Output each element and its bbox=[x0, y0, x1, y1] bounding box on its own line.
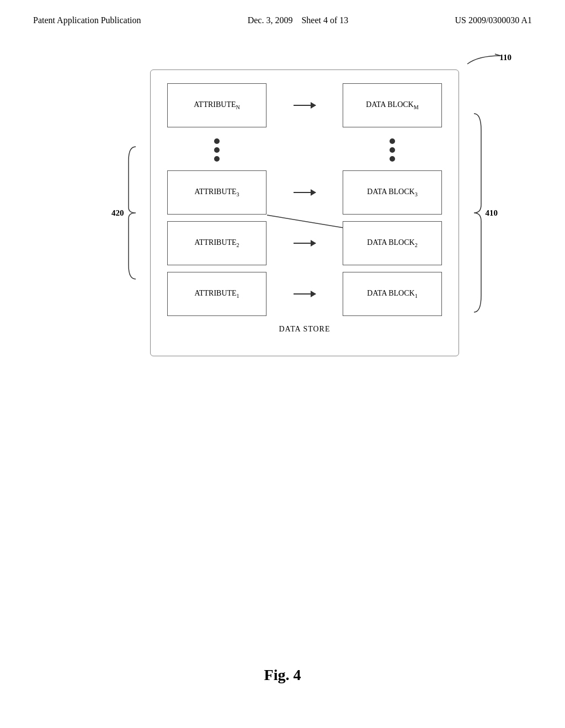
page-header: Patent Application Publication Dec. 3, 2… bbox=[0, 0, 565, 25]
arrow-2 bbox=[288, 243, 321, 244]
row-n: ATTRIBUTEN DATA BLOCKM bbox=[167, 83, 442, 127]
row-3: ATTRIBUTE3 DATA BLOCK3 bbox=[167, 170, 442, 215]
datablock-1-box: DATA BLOCK1 bbox=[343, 272, 442, 316]
dot-6 bbox=[390, 156, 395, 162]
attribute-n-box: ATTRIBUTEN bbox=[167, 83, 266, 127]
label-420: 420 bbox=[111, 208, 124, 218]
label-110: 110 bbox=[462, 53, 511, 72]
label-410: 410 bbox=[486, 208, 498, 218]
data-store-label: DATA STORE bbox=[167, 325, 442, 334]
figure-caption: Fig. 4 bbox=[0, 666, 565, 684]
arrow-line-2 bbox=[294, 243, 316, 244]
datablock-2-box: DATA BLOCK2 bbox=[343, 221, 442, 265]
arrow-line-3 bbox=[294, 192, 316, 193]
arrow-line-n bbox=[294, 105, 316, 106]
left-brace-svg bbox=[127, 141, 138, 285]
diagram-area: ATTRIBUTEN DATA BLOCKM bbox=[0, 69, 565, 356]
arrow-line-1 bbox=[294, 293, 316, 295]
outer-wrapper: ATTRIBUTEN DATA BLOCKM bbox=[150, 69, 459, 356]
attribute-2-box: ATTRIBUTE2 bbox=[167, 221, 266, 265]
arrow-n bbox=[288, 105, 321, 106]
row-1: ATTRIBUTE1 DATA BLOCK1 bbox=[167, 272, 442, 316]
datablock-m-box: DATA BLOCKM bbox=[343, 83, 442, 127]
left-brace-group: 420 bbox=[111, 141, 138, 285]
dots-section bbox=[167, 134, 442, 166]
datablock-3-box: DATA BLOCK3 bbox=[343, 170, 442, 215]
dot-2 bbox=[214, 147, 220, 153]
dot-5 bbox=[390, 147, 395, 153]
data-store-box: ATTRIBUTEN DATA BLOCKM bbox=[150, 69, 459, 356]
dots-col-left bbox=[167, 138, 266, 162]
dot-3 bbox=[214, 156, 220, 162]
arrow-3 bbox=[288, 192, 321, 193]
arrow-1 bbox=[288, 293, 321, 295]
attribute-3-box: ATTRIBUTE3 bbox=[167, 170, 266, 215]
dot-1 bbox=[214, 138, 220, 144]
dots-col-right bbox=[343, 138, 442, 162]
header-left: Patent Application Publication bbox=[33, 15, 141, 25]
attribute-1-box: ATTRIBUTE1 bbox=[167, 272, 266, 316]
right-brace-group: 410 bbox=[471, 103, 498, 323]
row-2: ATTRIBUTE2 DATA BLOCK2 bbox=[167, 221, 442, 265]
header-center: Dec. 3, 2009 Sheet 4 of 13 bbox=[248, 15, 349, 25]
right-brace-svg bbox=[471, 103, 482, 323]
header-right: US 2009/0300030 A1 bbox=[455, 15, 532, 25]
dot-4 bbox=[390, 138, 395, 144]
